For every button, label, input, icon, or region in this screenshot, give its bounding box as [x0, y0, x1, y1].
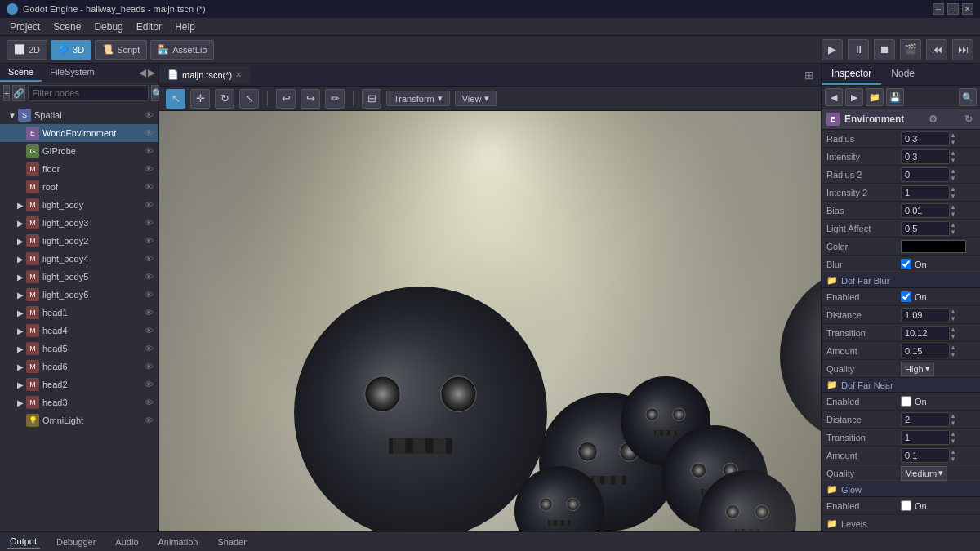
eye-giprobe[interactable]: 👁 — [142, 144, 155, 158]
eye-lightbody6[interactable]: 👁 — [142, 288, 155, 301]
skip-forward-btn[interactable]: ⏭ — [952, 39, 973, 60]
snap-btn[interactable]: ⊞ — [362, 89, 381, 109]
radius-spinbox[interactable]: ▲ ▼ — [901, 131, 956, 146]
eye-lightbody3[interactable]: 👁 — [142, 216, 155, 229]
radius-input[interactable] — [901, 131, 950, 146]
search-input[interactable] — [28, 85, 149, 101]
dof-far-enabled-wrap[interactable]: On — [901, 291, 927, 302]
add-node-btn[interactable]: + — [3, 85, 10, 101]
dof-near-distance-arrows[interactable]: ▲ ▼ — [950, 412, 956, 427]
movie-btn[interactable]: 🎬 — [900, 39, 921, 60]
intensity-up[interactable]: ▲ — [950, 149, 956, 157]
dof-far-quality-dropdown[interactable]: High ▾ — [901, 362, 934, 376]
dof-far-amount-up[interactable]: ▲ — [950, 344, 956, 351]
history-forward-btn[interactable]: ▶ — [845, 88, 863, 106]
dof-far-distance-spinbox[interactable]: ▲ ▼ — [901, 308, 956, 322]
light-affect-up[interactable]: ▲ — [950, 221, 956, 229]
dof-near-quality-dropdown[interactable]: Medium ▾ — [901, 466, 947, 481]
eye-head3[interactable]: 👁 — [142, 396, 155, 409]
eye-lightbody4[interactable]: 👁 — [142, 252, 155, 265]
rotate-tool-btn[interactable]: ↻ — [215, 89, 234, 109]
radius2-arrows[interactable]: ▲ ▼ — [950, 167, 956, 182]
eye-head4[interactable]: 👁 — [142, 324, 155, 337]
bias-down[interactable]: ▼ — [950, 211, 956, 218]
move-tool-btn[interactable]: ✛ — [190, 89, 210, 109]
refresh-icon[interactable]: ↻ — [962, 113, 975, 126]
radius-down[interactable]: ▼ — [950, 139, 956, 146]
glow-enabled-wrap[interactable]: On — [901, 500, 927, 511]
shader-tab[interactable]: Shader — [214, 535, 249, 549]
light-affect-input[interactable] — [901, 221, 950, 236]
save-btn[interactable]: 💾 — [886, 88, 904, 106]
tree-item-head6[interactable]: ▶ M head6 👁 — [0, 358, 158, 375]
dof-near-distance-up[interactable]: ▲ — [950, 412, 956, 420]
mode-2d-btn[interactable]: ⬜ 2D — [7, 40, 47, 60]
menu-help[interactable]: Help — [168, 20, 202, 34]
eye-head6[interactable]: 👁 — [142, 360, 155, 373]
dof-far-enabled-checkbox[interactable] — [901, 291, 911, 302]
dof-near-amount-arrows[interactable]: ▲ ▼ — [950, 448, 956, 463]
radius2-up[interactable]: ▲ — [950, 167, 956, 175]
viewport-tab-main[interactable]: 📄 maijn.tscn(*) ✕ — [159, 66, 250, 83]
dof-far-distance-input[interactable] — [901, 308, 950, 322]
dof-near-enabled-wrap[interactable]: On — [901, 396, 927, 407]
eye-worldenv[interactable]: 👁 — [142, 127, 155, 140]
output-tab[interactable]: Output — [7, 535, 40, 549]
eye-floor[interactable]: 👁 — [142, 162, 155, 176]
dof-far-transition-down[interactable]: ▼ — [950, 333, 956, 340]
blur-checkbox-wrap[interactable]: On — [901, 259, 927, 269]
dof-far-amount-input[interactable] — [901, 344, 950, 358]
intensity2-arrows[interactable]: ▲ ▼ — [950, 185, 956, 200]
minimize-btn[interactable]: ─ — [933, 3, 944, 15]
radius2-spinbox[interactable]: ▲ ▼ — [901, 167, 956, 182]
dof-far-transition-arrows[interactable]: ▲ ▼ — [950, 326, 956, 340]
tree-item-head1[interactable]: ▶ M head1 👁 — [0, 304, 158, 322]
dof-near-distance-down[interactable]: ▼ — [950, 420, 956, 427]
tree-item-lightbody3[interactable]: ▶ M light_body3 👁 — [0, 214, 158, 232]
close-btn[interactable]: ✕ — [962, 3, 973, 15]
dof-near-enabled-checkbox[interactable] — [901, 396, 911, 407]
tree-item-lightbody[interactable]: ▶ M light_body 👁 — [0, 196, 158, 214]
dof-near-amount-input[interactable] — [901, 448, 950, 463]
tree-item-spatial[interactable]: ▼ S Spatial 👁 — [0, 106, 158, 124]
maximize-btn[interactable]: □ — [947, 3, 959, 15]
view-dropdown[interactable]: View ▾ — [455, 91, 497, 106]
dof-near-transition-arrows[interactable]: ▲ ▼ — [950, 430, 956, 445]
expand-btn[interactable]: ⊞ — [798, 69, 821, 82]
bias-input[interactable] — [901, 203, 950, 218]
eye-lightbody2[interactable]: 👁 — [142, 234, 155, 247]
dof-near-distance-spinbox[interactable]: ▲ ▼ — [901, 412, 956, 427]
dof-near-amount-spinbox[interactable]: ▲ ▼ — [901, 448, 956, 463]
undo-btn[interactable]: ↩ — [276, 89, 296, 109]
dof-near-amount-down[interactable]: ▼ — [950, 455, 956, 463]
mode-3d-btn[interactable]: 🔷 3D — [51, 40, 91, 60]
tree-item-lightbody4[interactable]: ▶ M light_body4 👁 — [0, 250, 158, 268]
intensity-input[interactable] — [901, 149, 950, 164]
glow-enabled-checkbox[interactable] — [901, 500, 911, 511]
select-tool-btn[interactable]: ↖ — [166, 89, 185, 109]
dof-far-amount-spinbox[interactable]: ▲ ▼ — [901, 344, 956, 358]
eye-head1[interactable]: 👁 — [142, 306, 155, 319]
tree-item-roof[interactable]: M roof 👁 — [0, 178, 158, 196]
dof-far-distance-arrows[interactable]: ▲ ▼ — [950, 308, 956, 322]
stop-btn[interactable]: ⏹ — [874, 39, 895, 60]
radius-up[interactable]: ▲ — [950, 131, 956, 139]
dof-far-distance-down[interactable]: ▼ — [950, 315, 956, 322]
transform-dropdown[interactable]: Transform ▾ — [386, 91, 450, 106]
draw-btn[interactable]: ✏ — [325, 89, 345, 109]
tree-item-lightbody6[interactable]: ▶ M light_body6 👁 — [0, 286, 158, 304]
dof-far-transition-input[interactable] — [901, 326, 950, 340]
eye-head2[interactable]: 👁 — [142, 378, 155, 391]
dof-far-amount-arrows[interactable]: ▲ ▼ — [950, 344, 956, 358]
intensity2-spinbox[interactable]: ▲ ▼ — [901, 185, 956, 200]
radius2-down[interactable]: ▼ — [950, 175, 956, 182]
dof-near-transition-up[interactable]: ▲ — [950, 430, 956, 438]
debugger-tab[interactable]: Debugger — [53, 535, 99, 549]
radius2-input[interactable] — [901, 167, 950, 182]
eye-lightbody[interactable]: 👁 — [142, 198, 155, 211]
menu-project[interactable]: Project — [3, 20, 47, 34]
menu-debug[interactable]: Debug — [87, 20, 129, 34]
tree-item-head4[interactable]: ▶ M head4 👁 — [0, 322, 158, 340]
history-back-btn[interactable]: ◀ — [825, 88, 843, 106]
inspector-tab[interactable]: Inspector — [822, 64, 881, 85]
